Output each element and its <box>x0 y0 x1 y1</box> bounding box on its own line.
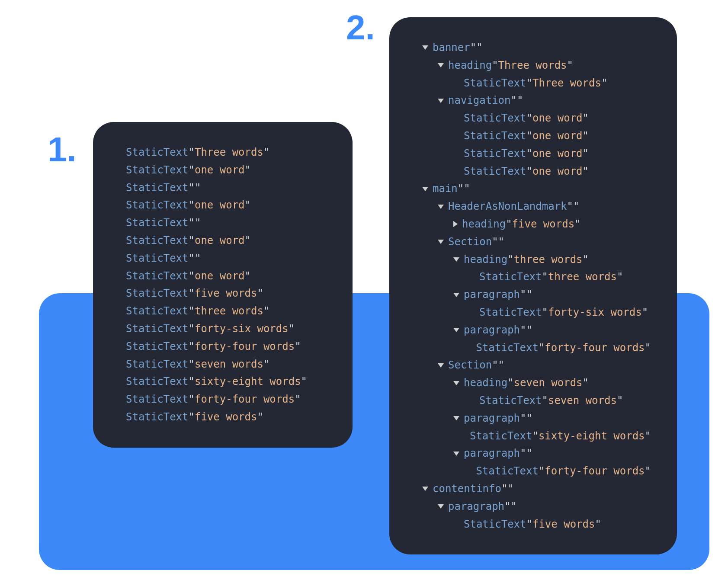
tree-row: StaticText "" <box>110 179 327 197</box>
disclosure-triangle-expanded-icon[interactable] <box>438 240 444 244</box>
node-string-value: Three words <box>532 74 601 92</box>
node-role: StaticText <box>126 144 189 161</box>
tree-row: StaticText "forty-six words" <box>110 320 327 338</box>
quote-mark: " <box>189 144 195 161</box>
node-role: heading <box>448 57 492 74</box>
node-role: StaticText <box>464 163 526 180</box>
node-string-value: one word <box>195 232 245 250</box>
tree-row: StaticText "five words" <box>110 285 327 302</box>
quote-mark: " <box>542 268 548 286</box>
disclosure-triangle-expanded-icon[interactable] <box>453 293 459 297</box>
quote-mark: " <box>295 338 301 356</box>
quote-mark: " <box>526 516 532 533</box>
quote-mark: " <box>526 286 532 304</box>
tree-row: HeaderAsNonLandmark "" <box>407 198 651 215</box>
quote-mark: " <box>507 251 513 269</box>
node-role: StaticText <box>126 338 189 356</box>
quote-mark: " <box>583 163 589 180</box>
node-string-value: three words <box>548 268 617 286</box>
quote-mark: " <box>189 196 195 214</box>
quote-mark: " <box>526 445 532 462</box>
disclosure-triangle-expanded-icon[interactable] <box>438 63 444 67</box>
node-string-value: forty-four words <box>545 339 645 357</box>
tree-row: StaticText "forty-four words" <box>407 339 651 357</box>
tree-row: StaticText "forty-four words" <box>407 462 651 480</box>
quote-mark: " <box>617 268 623 286</box>
quote-mark: " <box>492 233 498 251</box>
disclosure-triangle-expanded-icon[interactable] <box>438 363 444 368</box>
tree-row: paragraph "" <box>407 410 651 427</box>
node-role: navigation <box>448 92 511 109</box>
node-string-value: one word <box>195 267 245 285</box>
quote-mark: " <box>583 251 589 269</box>
disclosure-triangle-collapsed-icon[interactable] <box>453 221 458 227</box>
tree-row: StaticText "seven words" <box>110 356 327 373</box>
node-string-value: forty-four words <box>545 462 645 480</box>
quote-mark: " <box>498 233 504 251</box>
tree-row: StaticText "sixty-eight words" <box>110 373 327 391</box>
quote-mark: " <box>511 92 517 109</box>
node-role: StaticText <box>126 250 189 267</box>
quote-mark: " <box>520 286 526 304</box>
quote-mark: " <box>583 127 589 145</box>
quote-mark: " <box>504 498 510 516</box>
node-role: Section <box>448 356 492 374</box>
disclosure-triangle-expanded-icon[interactable] <box>422 487 428 491</box>
tree-row: StaticText "one word" <box>407 109 651 127</box>
quote-mark: " <box>601 74 607 92</box>
quote-mark: " <box>526 127 532 145</box>
tree-row: contentinfo "" <box>407 480 651 498</box>
quote-mark: " <box>501 480 507 498</box>
disclosure-triangle-expanded-icon[interactable] <box>438 504 444 509</box>
node-string-value: five words <box>195 408 257 426</box>
quote-mark: " <box>526 109 532 127</box>
quote-mark: " <box>645 339 651 357</box>
tree-row: Section "" <box>407 356 651 374</box>
quote-mark: " <box>517 92 523 109</box>
quote-mark: " <box>257 285 263 302</box>
quote-mark: " <box>573 198 579 215</box>
label-1: 1. <box>48 130 77 170</box>
node-role: HeaderAsNonLandmark <box>448 198 567 215</box>
node-string-value: five words <box>512 215 575 233</box>
node-string-value: forty-four words <box>195 338 295 356</box>
quote-mark: " <box>645 427 651 445</box>
tree-row: StaticText "Three words" <box>110 144 327 161</box>
disclosure-triangle-expanded-icon[interactable] <box>422 187 428 191</box>
tree-row: heading "three words" <box>407 251 651 269</box>
disclosure-triangle-expanded-icon[interactable] <box>453 416 459 420</box>
node-role: contentinfo <box>433 480 501 498</box>
tree-row: paragraph "" <box>407 445 651 462</box>
quote-mark: " <box>195 214 201 232</box>
disclosure-triangle-expanded-icon[interactable] <box>438 99 444 103</box>
node-role: paragraph <box>464 445 520 462</box>
disclosure-triangle-expanded-icon[interactable] <box>422 45 428 50</box>
tree-row: StaticText "one word" <box>110 161 327 179</box>
quote-mark: " <box>492 356 498 374</box>
quote-mark: " <box>195 250 201 267</box>
disclosure-triangle-expanded-icon[interactable] <box>453 452 459 456</box>
disclosure-triangle-expanded-icon[interactable] <box>453 381 459 385</box>
node-role: StaticText <box>476 339 539 357</box>
node-string-value: forty-six words <box>195 320 289 338</box>
quote-mark: " <box>539 462 545 480</box>
tree-row: main "" <box>407 180 651 198</box>
quote-mark: " <box>511 498 517 516</box>
tree-row: StaticText "three words" <box>110 302 327 320</box>
tree-row: StaticText "seven words" <box>407 392 651 410</box>
quote-mark: " <box>189 408 195 426</box>
disclosure-triangle-expanded-icon[interactable] <box>453 257 459 262</box>
disclosure-triangle-expanded-icon[interactable] <box>453 328 459 332</box>
node-role: StaticText <box>126 302 189 320</box>
structured-accessibility-tree-panel: banner ""heading "Three words"StaticText… <box>389 17 677 554</box>
tree-row: StaticText "one word" <box>110 267 327 285</box>
disclosure-triangle-expanded-icon[interactable] <box>438 205 444 209</box>
node-role: StaticText <box>470 427 532 445</box>
tree-row: StaticText "three words" <box>407 268 651 286</box>
node-role: StaticText <box>464 109 526 127</box>
node-role: StaticText <box>126 408 189 426</box>
quote-mark: " <box>189 391 195 408</box>
quote-mark: " <box>539 339 545 357</box>
quote-mark: " <box>470 39 476 57</box>
node-role: StaticText <box>126 373 189 391</box>
